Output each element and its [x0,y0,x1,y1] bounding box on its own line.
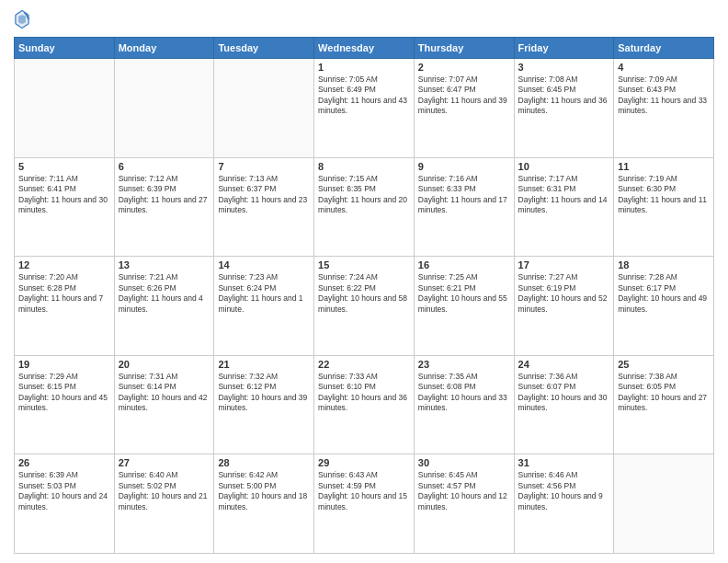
calendar-cell: 6Sunrise: 7:12 AM Sunset: 6:39 PM Daylig… [114,157,214,257]
logo-icon [14,9,30,29]
day-number: 1 [318,62,410,73]
calendar-cell: 18Sunrise: 7:28 AM Sunset: 6:17 PM Dayli… [614,257,714,356]
week-row-1: 1Sunrise: 7:05 AM Sunset: 6:49 PM Daylig… [15,59,714,158]
day-number: 27 [119,457,210,468]
day-detail: Sunrise: 7:28 AM Sunset: 6:17 PM Dayligh… [618,272,710,315]
day-number: 25 [618,359,710,370]
day-number: 26 [18,457,110,468]
calendar-cell: 31Sunrise: 6:46 AM Sunset: 4:56 PM Dayli… [514,454,614,554]
week-row-4: 19Sunrise: 7:29 AM Sunset: 6:15 PM Dayli… [15,355,714,454]
day-detail: Sunrise: 7:27 AM Sunset: 6:19 PM Dayligh… [518,272,610,315]
day-detail: Sunrise: 7:11 AM Sunset: 6:41 PM Dayligh… [18,174,110,216]
day-detail: Sunrise: 7:25 AM Sunset: 6:21 PM Dayligh… [418,272,510,315]
day-number: 28 [218,457,310,468]
calendar-cell: 12Sunrise: 7:20 AM Sunset: 6:28 PM Dayli… [15,257,115,356]
day-detail: Sunrise: 7:31 AM Sunset: 6:14 PM Dayligh… [119,372,210,414]
calendar-cell: 14Sunrise: 7:23 AM Sunset: 6:24 PM Dayli… [214,257,314,356]
day-detail: Sunrise: 7:16 AM Sunset: 6:33 PM Dayligh… [418,174,510,216]
day-number: 15 [318,259,410,270]
calendar-cell: 11Sunrise: 7:19 AM Sunset: 6:30 PM Dayli… [614,157,714,257]
day-detail: Sunrise: 6:45 AM Sunset: 4:57 PM Dayligh… [418,470,510,512]
day-detail: Sunrise: 6:42 AM Sunset: 5:00 PM Dayligh… [218,470,310,512]
calendar-cell: 20Sunrise: 7:31 AM Sunset: 6:14 PM Dayli… [114,355,214,454]
day-number: 23 [418,359,510,370]
day-detail: Sunrise: 6:43 AM Sunset: 4:59 PM Dayligh… [318,470,410,512]
day-number: 31 [518,457,610,468]
day-detail: Sunrise: 7:21 AM Sunset: 6:26 PM Dayligh… [119,272,210,315]
weekday-header-row: SundayMondayTuesdayWednesdayThursdayFrid… [15,38,714,59]
calendar-cell: 7Sunrise: 7:13 AM Sunset: 6:37 PM Daylig… [214,157,314,257]
calendar-cell: 27Sunrise: 6:40 AM Sunset: 5:02 PM Dayli… [114,454,214,554]
weekday-header-saturday: Saturday [614,38,714,59]
calendar-cell [114,59,214,158]
day-number: 10 [518,161,610,172]
weekday-header-thursday: Thursday [414,38,514,59]
day-number: 2 [418,62,510,73]
weekday-header-monday: Monday [114,38,214,59]
day-detail: Sunrise: 7:38 AM Sunset: 6:05 PM Dayligh… [618,372,710,414]
calendar-cell: 28Sunrise: 6:42 AM Sunset: 5:00 PM Dayli… [214,454,314,554]
day-detail: Sunrise: 7:17 AM Sunset: 6:31 PM Dayligh… [518,174,610,216]
page: SundayMondayTuesdayWednesdayThursdayFrid… [0,0,728,563]
day-detail: Sunrise: 7:12 AM Sunset: 6:39 PM Dayligh… [119,174,210,216]
calendar-cell: 21Sunrise: 7:32 AM Sunset: 6:12 PM Dayli… [214,355,314,454]
day-detail: Sunrise: 7:05 AM Sunset: 6:49 PM Dayligh… [318,75,410,117]
calendar-cell: 30Sunrise: 6:45 AM Sunset: 4:57 PM Dayli… [414,454,514,554]
calendar-cell: 8Sunrise: 7:15 AM Sunset: 6:35 PM Daylig… [314,157,415,257]
day-detail: Sunrise: 7:23 AM Sunset: 6:24 PM Dayligh… [218,272,310,315]
day-detail: Sunrise: 7:08 AM Sunset: 6:45 PM Dayligh… [518,75,610,117]
day-number: 30 [418,457,510,468]
calendar-table: SundayMondayTuesdayWednesdayThursdayFrid… [14,37,714,554]
day-number: 16 [418,259,510,270]
calendar-cell: 22Sunrise: 7:33 AM Sunset: 6:10 PM Dayli… [314,355,415,454]
day-number: 9 [418,161,510,172]
day-number: 7 [218,161,310,172]
day-number: 4 [618,62,710,73]
calendar-cell: 23Sunrise: 7:35 AM Sunset: 6:08 PM Dayli… [414,355,514,454]
day-number: 18 [618,259,710,270]
weekday-header-friday: Friday [514,38,614,59]
day-detail: Sunrise: 6:39 AM Sunset: 5:03 PM Dayligh… [18,470,110,512]
calendar-cell [614,454,714,554]
calendar-cell: 25Sunrise: 7:38 AM Sunset: 6:05 PM Dayli… [614,355,714,454]
week-row-5: 26Sunrise: 6:39 AM Sunset: 5:03 PM Dayli… [15,454,714,554]
calendar-cell: 2Sunrise: 7:07 AM Sunset: 6:47 PM Daylig… [414,59,514,158]
logo [14,9,33,29]
calendar-cell: 17Sunrise: 7:27 AM Sunset: 6:19 PM Dayli… [514,257,614,356]
day-number: 6 [119,161,210,172]
calendar-cell: 3Sunrise: 7:08 AM Sunset: 6:45 PM Daylig… [514,59,614,158]
calendar-cell: 15Sunrise: 7:24 AM Sunset: 6:22 PM Dayli… [314,257,415,356]
day-number: 21 [218,359,310,370]
day-detail: Sunrise: 7:24 AM Sunset: 6:22 PM Dayligh… [318,272,410,315]
weekday-header-sunday: Sunday [15,38,115,59]
calendar-cell [214,59,314,158]
calendar-cell: 19Sunrise: 7:29 AM Sunset: 6:15 PM Dayli… [15,355,115,454]
header [14,9,714,29]
weekday-header-tuesday: Tuesday [214,38,314,59]
day-number: 13 [119,259,210,270]
day-number: 20 [119,359,210,370]
calendar-cell: 1Sunrise: 7:05 AM Sunset: 6:49 PM Daylig… [314,59,415,158]
calendar-cell: 9Sunrise: 7:16 AM Sunset: 6:33 PM Daylig… [414,157,514,257]
day-detail: Sunrise: 7:29 AM Sunset: 6:15 PM Dayligh… [18,372,110,414]
calendar-cell: 10Sunrise: 7:17 AM Sunset: 6:31 PM Dayli… [514,157,614,257]
calendar-cell: 4Sunrise: 7:09 AM Sunset: 6:43 PM Daylig… [614,59,714,158]
day-detail: Sunrise: 7:36 AM Sunset: 6:07 PM Dayligh… [518,372,610,414]
calendar-cell: 5Sunrise: 7:11 AM Sunset: 6:41 PM Daylig… [15,157,115,257]
day-number: 5 [18,161,110,172]
week-row-3: 12Sunrise: 7:20 AM Sunset: 6:28 PM Dayli… [15,257,714,356]
day-detail: Sunrise: 7:19 AM Sunset: 6:30 PM Dayligh… [618,174,710,216]
day-detail: Sunrise: 7:33 AM Sunset: 6:10 PM Dayligh… [318,372,410,414]
day-number: 3 [518,62,610,73]
day-number: 24 [518,359,610,370]
day-detail: Sunrise: 7:07 AM Sunset: 6:47 PM Dayligh… [418,75,510,117]
calendar-cell: 29Sunrise: 6:43 AM Sunset: 4:59 PM Dayli… [314,454,415,554]
day-detail: Sunrise: 7:13 AM Sunset: 6:37 PM Dayligh… [218,174,310,216]
day-number: 17 [518,259,610,270]
calendar-cell [15,59,115,158]
day-number: 14 [218,259,310,270]
day-detail: Sunrise: 7:09 AM Sunset: 6:43 PM Dayligh… [618,75,710,117]
day-number: 19 [18,359,110,370]
day-detail: Sunrise: 7:15 AM Sunset: 6:35 PM Dayligh… [318,174,410,216]
day-detail: Sunrise: 7:35 AM Sunset: 6:08 PM Dayligh… [418,372,510,414]
